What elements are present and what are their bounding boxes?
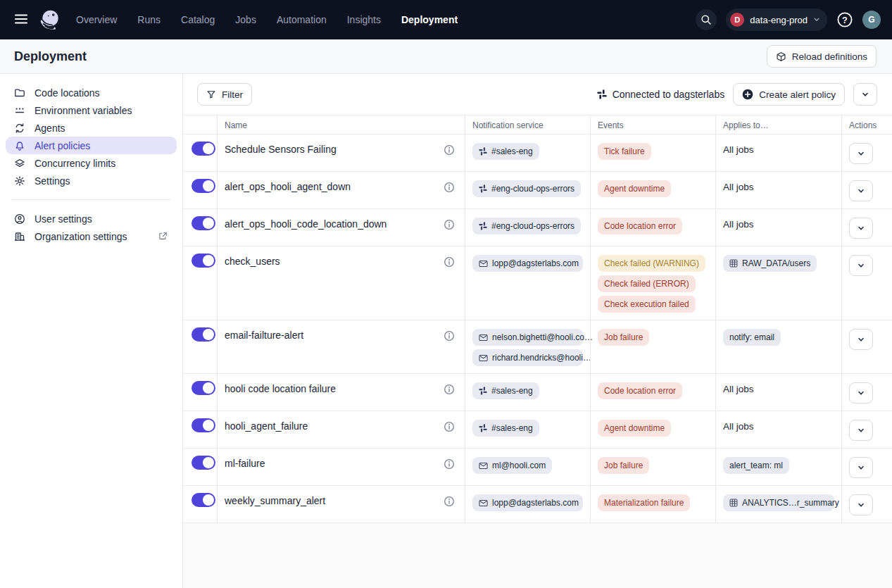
help-button[interactable]: ? bbox=[836, 11, 853, 28]
row-actions-button[interactable] bbox=[849, 457, 873, 478]
slack-icon bbox=[479, 222, 487, 230]
row-actions-button[interactable] bbox=[849, 180, 873, 201]
info-icon[interactable] bbox=[444, 421, 455, 432]
info-icon[interactable] bbox=[444, 384, 455, 395]
alert-enabled-toggle[interactable] bbox=[191, 327, 215, 342]
row-actions-button[interactable] bbox=[849, 255, 873, 276]
notification-label: #eng-cloud-ops-errors bbox=[491, 221, 574, 231]
nav-item-insights[interactable]: Insights bbox=[347, 14, 381, 25]
event-badge: Materialization failure bbox=[598, 494, 690, 511]
applies-to-value: All jobs bbox=[723, 382, 754, 394]
filter-funnel-icon bbox=[206, 89, 216, 99]
package-reload-icon bbox=[776, 51, 786, 62]
event-list: Agent downtime bbox=[598, 180, 708, 197]
alert-policy-name: alert_ops_hooli_agent_down bbox=[225, 181, 351, 192]
notification-cell: lopp@dagsterlabs.com bbox=[465, 486, 590, 523]
table-row: hooli_agent_failure#sales-engAgent downt… bbox=[183, 411, 892, 449]
notification-label: nelson.bighetti@hooli.co… bbox=[492, 332, 593, 342]
nav-item-runs[interactable]: Runs bbox=[137, 14, 161, 25]
sidebar-item-label: Settings bbox=[34, 175, 70, 187]
sidebar-item-user-settings[interactable]: User settings bbox=[6, 210, 177, 227]
alert-enabled-toggle[interactable] bbox=[191, 142, 215, 156]
nav-item-catalog[interactable]: Catalog bbox=[181, 14, 215, 25]
toggle-knob bbox=[203, 218, 214, 229]
deployment-switcher[interactable]: D data-eng-prod bbox=[726, 8, 827, 31]
filter-button[interactable]: Filter bbox=[197, 83, 252, 106]
toggle-cell bbox=[183, 172, 217, 208]
sidebar-item-environment-variables[interactable]: Environment variables bbox=[6, 101, 177, 119]
nav-item-jobs[interactable]: Jobs bbox=[235, 14, 256, 25]
sidebar-item-settings[interactable]: Settings bbox=[6, 172, 177, 189]
dagster-logo-icon[interactable] bbox=[38, 8, 62, 32]
sidebar-item-alert-policies[interactable]: Alert policies bbox=[6, 137, 177, 154]
row-actions-button[interactable] bbox=[849, 218, 873, 239]
notification-list: lopp@dagsterlabs.com bbox=[472, 255, 583, 272]
sidebar-item-concurrency-limits[interactable]: Concurrency limits bbox=[6, 154, 177, 172]
search-button[interactable] bbox=[696, 9, 717, 30]
agents-icon bbox=[14, 123, 25, 134]
notification-pill: richard.hendricks@hooli… bbox=[472, 349, 583, 366]
info-icon[interactable] bbox=[444, 458, 455, 470]
sidebar-item-code-locations[interactable]: Code locations bbox=[6, 84, 177, 101]
actions-cell bbox=[841, 320, 892, 373]
table-row: hooli code location failure#sales-engCod… bbox=[183, 374, 892, 411]
info-icon[interactable] bbox=[444, 144, 455, 156]
toggle-knob bbox=[203, 255, 214, 266]
alert-enabled-toggle[interactable] bbox=[191, 493, 215, 507]
notification-pill: #sales-eng bbox=[472, 420, 539, 437]
info-icon[interactable] bbox=[444, 256, 455, 268]
alert-enabled-toggle[interactable] bbox=[191, 381, 215, 395]
row-actions-button[interactable] bbox=[849, 494, 873, 515]
notification-label: #sales-eng bbox=[491, 386, 533, 396]
name-cell: alert_ops_hooli_code_location_down bbox=[217, 209, 465, 246]
nav-item-overview[interactable]: Overview bbox=[76, 14, 117, 25]
name-cell: hooli_agent_failure bbox=[217, 411, 465, 448]
actions-cell bbox=[841, 449, 892, 485]
alert-enabled-toggle[interactable] bbox=[191, 254, 215, 268]
nav-item-automation[interactable]: Automation bbox=[277, 14, 327, 25]
info-icon[interactable] bbox=[444, 219, 455, 230]
alert-enabled-toggle[interactable] bbox=[191, 456, 215, 470]
toggle-cell bbox=[183, 374, 217, 411]
row-actions-button[interactable] bbox=[849, 420, 873, 441]
name-cell: check_users bbox=[217, 246, 465, 320]
sidebar-item-organization-settings[interactable]: Organization settings bbox=[6, 227, 177, 245]
events-cell: Code location error bbox=[590, 209, 715, 246]
slack-icon bbox=[479, 147, 487, 156]
nav-item-deployment[interactable]: Deployment bbox=[401, 14, 458, 25]
envelope-icon bbox=[479, 499, 488, 508]
create-alert-policy-button[interactable]: Create alert policy bbox=[733, 83, 845, 106]
more-actions-button[interactable] bbox=[853, 83, 877, 106]
sidebar-item-agents[interactable]: Agents bbox=[6, 119, 177, 137]
reload-definitions-button[interactable]: Reload definitions bbox=[767, 45, 877, 68]
event-list: Materialization failure bbox=[598, 494, 708, 511]
notification-label: richard.hendricks@hooli… bbox=[492, 353, 591, 363]
alert-enabled-toggle[interactable] bbox=[191, 179, 215, 193]
info-icon[interactable] bbox=[444, 182, 455, 193]
column-header: Notification service bbox=[465, 115, 590, 134]
actions-cell bbox=[841, 411, 892, 448]
hamburger-menu-icon[interactable] bbox=[11, 9, 31, 31]
row-actions-button[interactable] bbox=[849, 329, 873, 350]
chevron-down-icon bbox=[861, 90, 869, 99]
notification-cell: #sales-eng bbox=[465, 411, 590, 448]
question-icon: ? bbox=[836, 11, 853, 28]
actions-cell bbox=[841, 209, 892, 246]
row-actions-button[interactable] bbox=[849, 382, 873, 404]
folder-icon bbox=[14, 87, 25, 99]
chevron-down-icon bbox=[857, 187, 865, 195]
applies-to-cell: All jobs bbox=[715, 374, 841, 411]
events-cell: Job failure bbox=[590, 320, 715, 373]
info-icon[interactable] bbox=[444, 330, 455, 342]
user-avatar[interactable]: G bbox=[862, 11, 881, 29]
info-icon[interactable] bbox=[444, 496, 455, 507]
toggle-knob bbox=[203, 382, 214, 394]
column-header: Name bbox=[217, 115, 465, 134]
row-actions-button[interactable] bbox=[849, 143, 873, 164]
actions-cell bbox=[841, 374, 892, 411]
notification-cell: ml@hooli.com bbox=[465, 449, 590, 485]
primary-nav: OverviewRunsCatalogJobsAutomationInsight… bbox=[76, 14, 478, 25]
alert-enabled-toggle[interactable] bbox=[191, 418, 215, 432]
alert-enabled-toggle[interactable] bbox=[191, 216, 215, 230]
page-header: Deployment Reload definitions bbox=[0, 39, 892, 74]
